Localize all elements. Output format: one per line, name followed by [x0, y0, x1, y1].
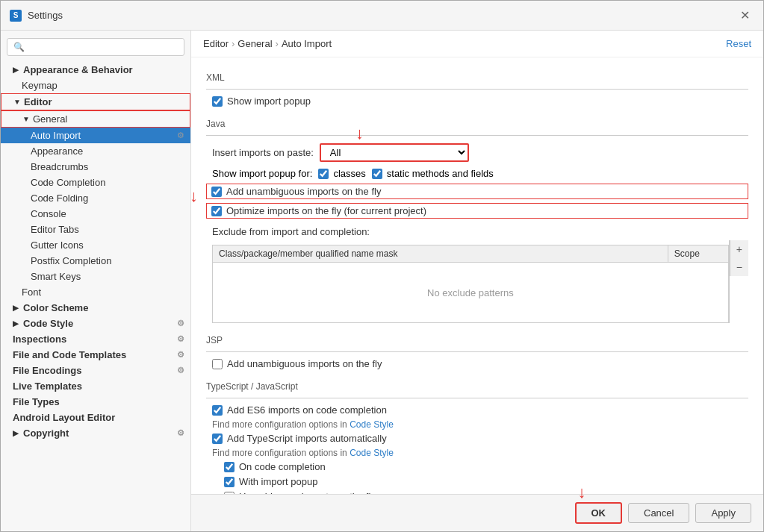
add-typescript-label[interactable]: Add TypeScript imports automatically	[227, 433, 387, 444]
breadcrumb-sep2: ›	[276, 38, 279, 49]
sidebar-item-console[interactable]: Console	[1, 206, 190, 222]
on-code-completion-row: On code completion	[206, 461, 748, 472]
sidebar-item-editor-tabs[interactable]: Editor Tabs	[1, 222, 190, 237]
sidebar-item-gutter-icons[interactable]: Gutter Icons	[1, 237, 190, 253]
sidebar-label: File Types	[13, 396, 60, 407]
apply-button[interactable]: Apply	[695, 503, 751, 523]
classes-checkbox[interactable]	[318, 169, 329, 179]
sidebar-label: Live Templates	[13, 381, 82, 392]
add-typescript-checkbox[interactable]	[212, 434, 223, 444]
sidebar-label: Appearance	[31, 145, 83, 157]
sidebar-item-code-folding[interactable]: Code Folding	[1, 190, 190, 206]
sidebar-item-code-completion[interactable]: Code Completion	[1, 175, 190, 190]
on-code-completion-label[interactable]: On code completion	[239, 461, 326, 472]
sidebar-item-color-scheme[interactable]: ▶ Color Scheme	[1, 300, 190, 316]
sidebar-label: File and Code Templates	[13, 349, 126, 360]
cancel-button[interactable]: Cancel	[628, 503, 689, 523]
sidebar-item-file-types[interactable]: File Types	[1, 394, 190, 410]
sidebar-label: Auto Import	[31, 130, 81, 141]
with-import-popup-label[interactable]: With import popup	[239, 476, 318, 487]
on-code-completion-checkbox[interactable]	[224, 462, 235, 472]
table-body: No exclude patterns	[213, 263, 728, 322]
gear-icon: ⚙	[177, 319, 184, 328]
remove-exclude-button[interactable]: −	[730, 258, 748, 276]
app-icon: S	[10, 10, 22, 22]
exclude-table: Class/package/member qualified name mask…	[212, 245, 729, 323]
code-style-link-1[interactable]: Code Style	[350, 419, 394, 430]
search-input[interactable]	[7, 38, 184, 56]
sidebar-item-editor[interactable]: ▼ Editor ←	[1, 93, 190, 110]
classes-label-wrap[interactable]: classes	[318, 168, 365, 179]
sidebar-label: Breadcrumbs	[31, 161, 88, 172]
sidebar-item-auto-import[interactable]: Auto Import ⚙	[1, 128, 190, 143]
sidebar-item-breadcrumbs[interactable]: Breadcrumbs	[1, 159, 190, 175]
add-unambiguous-label[interactable]: Add unambiguous imports on the fly	[226, 186, 381, 197]
add-unambiguous-row: Add unambiguous imports on the fly	[206, 184, 748, 199]
expand-icon: ▶	[13, 304, 20, 312]
show-import-popup-for-label: Show import popup for:	[212, 168, 312, 179]
sidebar-item-android-layout-editor[interactable]: Android Layout Editor	[1, 410, 190, 425]
insert-imports-label: Insert imports on paste:	[212, 147, 314, 158]
jsp-label: JSP	[206, 335, 748, 345]
jsp-add-unambiguous-checkbox[interactable]	[212, 359, 223, 369]
add-es6-checkbox[interactable]	[212, 405, 223, 416]
optimize-imports-row: Optimize imports on the fly (for current…	[206, 203, 748, 219]
java-label: Java	[206, 119, 748, 129]
show-import-popup-checkbox[interactable]	[212, 96, 223, 107]
sidebar-label: Keymap	[22, 80, 58, 91]
insert-imports-row: Insert imports on paste: All Ask None	[206, 143, 748, 162]
find-more-2: Find more configuration options in Code …	[206, 448, 748, 458]
jsp-add-unambiguous-label[interactable]: Add unambiguous imports on the fly	[227, 358, 382, 369]
sidebar-label: Editor	[24, 96, 52, 107]
add-es6-label[interactable]: Add ES6 imports on code completion	[227, 404, 387, 416]
sidebar-item-smart-keys[interactable]: Smart Keys	[1, 269, 190, 284]
static-methods-label: static methods and fields	[387, 168, 494, 179]
insert-imports-select[interactable]: All Ask None	[320, 143, 469, 162]
gear-icon: ⚙	[177, 350, 184, 360]
optimize-imports-label[interactable]: Optimize imports on the fly (for current…	[226, 205, 426, 216]
table-side-buttons: + −	[729, 240, 748, 323]
static-methods-checkbox[interactable]	[372, 169, 382, 179]
reset-button[interactable]: Reset	[726, 38, 751, 49]
sidebar-item-font[interactable]: Font	[1, 284, 190, 300]
main-panel: Editor › General › Auto Import Reset XML…	[191, 31, 763, 531]
sidebar-item-general[interactable]: ▼ General ←	[1, 110, 190, 128]
table-col-scope: Scope	[668, 245, 728, 262]
add-unambiguous-checkbox[interactable]	[211, 187, 222, 197]
sidebar-label: Font	[22, 287, 41, 298]
with-import-popup-checkbox[interactable]	[224, 477, 235, 487]
sidebar-item-file-code-templates[interactable]: File and Code Templates ⚙	[1, 347, 190, 363]
show-import-popup-label[interactable]: Show import popup	[227, 96, 311, 107]
expand-icon: ▶	[13, 319, 20, 328]
sidebar-item-inspections[interactable]: Inspections ⚙	[1, 331, 190, 347]
sidebar-item-code-style[interactable]: ▶ Code Style ⚙	[1, 316, 190, 331]
xml-section: XML Show import popup	[206, 72, 748, 107]
sidebar-item-live-templates[interactable]: Live Templates	[1, 378, 190, 394]
sidebar-item-file-encodings[interactable]: File Encodings ⚙	[1, 363, 190, 378]
ok-button[interactable]: OK	[575, 502, 623, 524]
sidebar-label: Copyright	[23, 428, 69, 439]
expand-icon: ▼	[13, 98, 21, 106]
sidebar-label: Postfix Completion	[31, 255, 111, 266]
window-title: Settings	[28, 10, 63, 21]
sidebar-item-appearance-behavior[interactable]: ▶ Appearance & Behavior	[1, 62, 190, 78]
close-button[interactable]: ✕	[736, 7, 754, 24]
expand-icon: ▶	[13, 429, 20, 437]
static-methods-label-wrap[interactable]: static methods and fields	[372, 168, 494, 179]
expand-icon: ▼	[22, 115, 30, 123]
code-style-link-2[interactable]: Code Style	[350, 448, 394, 458]
table-header: Class/package/member qualified name mask…	[213, 245, 728, 263]
add-exclude-button[interactable]: +	[730, 240, 748, 258]
jsp-section: JSP Add unambiguous imports on the fly	[206, 335, 748, 369]
checkboxes-container: ↓ 勾选 Add unambiguous imports on the fly …	[206, 184, 748, 219]
sidebar-item-postfix-completion[interactable]: Postfix Completion	[1, 253, 190, 269]
sidebar-item-appearance[interactable]: Appearance	[1, 143, 190, 159]
breadcrumb-auto-import: Auto Import	[282, 38, 332, 49]
optimize-imports-checkbox[interactable]	[211, 206, 222, 216]
table-empty-text: No exclude patterns	[427, 287, 514, 298]
sidebar-item-copyright[interactable]: ▶ Copyright ⚙	[1, 425, 190, 441]
gear-icon: ⚙	[177, 131, 184, 140]
annotation-arrow-ok: ↓	[578, 483, 586, 502]
settings-window: S Settings ✕ ▶ Appearance & Behavior Key…	[0, 0, 764, 532]
sidebar-item-keymap[interactable]: Keymap	[1, 78, 190, 93]
